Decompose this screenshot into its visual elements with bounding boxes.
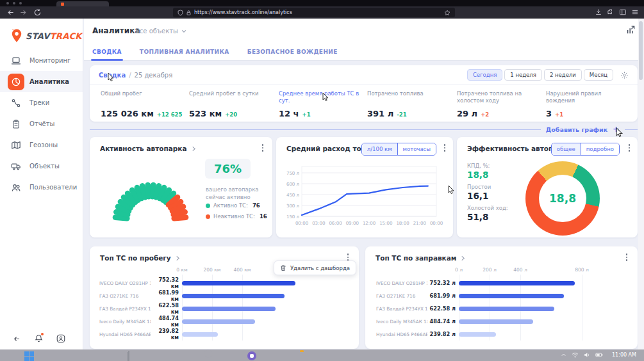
scrollbar-thumb[interactable] — [639, 21, 643, 80]
system-tray[interactable] — [561, 352, 603, 358]
remove-from-dashboard-menu-item[interactable]: Удалить с дашборда — [274, 261, 356, 275]
tray-chevron-icon[interactable] — [561, 352, 566, 358]
url-bar[interactable]: https://www.stavtrack.online/analytics — [173, 8, 455, 17]
stat-delta: +1 — [555, 111, 563, 118]
card-menu-icon[interactable] — [623, 253, 630, 261]
volume-icon[interactable] — [584, 352, 590, 358]
plus-icon[interactable]: + — [613, 126, 620, 132]
stat-value: 125 026 км — [101, 109, 154, 118]
taskbar-clock[interactable]: 11:00 AM — [612, 352, 636, 358]
bookmark-star-icon[interactable] — [444, 10, 450, 16]
sidebar-item-iconbox — [8, 52, 24, 69]
window-control-icon[interactable] — [19, 2, 22, 4]
taskbar-app-icon-4[interactable] — [247, 351, 257, 361]
sidebar-item-tracks[interactable]: Треки — [0, 92, 83, 113]
bar — [459, 307, 554, 311]
window-control-icon[interactable] — [6, 2, 9, 4]
tab-summary[interactable]: СВОДКА — [92, 49, 122, 61]
fuel-consumption-card: Средний расход топлива л/100 кммоточасы … — [276, 137, 453, 237]
card-menu-icon[interactable] — [260, 144, 266, 152]
legend-item: Неактивно ТС:16 — [206, 213, 267, 220]
bar-track — [459, 319, 631, 324]
bar — [459, 332, 496, 337]
objects-scope-dropdown[interactable]: Все объекты — [135, 28, 186, 35]
legend-value: 76 — [252, 202, 260, 209]
wifi-icon[interactable] — [572, 352, 579, 358]
analytics-icon — [11, 77, 21, 87]
fuel-toggle-0[interactable]: л/100 км — [362, 143, 397, 155]
sidebar-item-geozones[interactable]: Геозоны — [0, 134, 83, 156]
stat-value: 523 км — [189, 109, 222, 118]
brand-logo[interactable]: STAVTRACK — [10, 28, 82, 44]
monitoring-icon — [11, 56, 21, 66]
sidebar-item-objects[interactable]: Объекты — [0, 156, 83, 177]
sidebar-item-reports[interactable]: Отчёты — [0, 113, 83, 134]
menu-hamburger-icon[interactable] — [631, 8, 639, 16]
sidebar-item-monitoring[interactable]: Мониторинг — [0, 50, 83, 71]
card-title[interactable]: Топ ТС по заправкам — [376, 254, 456, 262]
efficiency-metrics: КПД, %:18,8Простои16,1Холостой ход:51,8 — [467, 163, 508, 226]
stat-0: Общий пробег125 026 км+12 625 — [101, 90, 184, 118]
stat-value: 29 л — [457, 109, 477, 118]
collapse-arrow-icon[interactable] — [12, 335, 21, 343]
period-button-3[interactable]: Месяц — [584, 69, 613, 81]
efficiency-toggle-0[interactable]: общее — [552, 143, 581, 155]
downloads-icon[interactable] — [595, 8, 602, 16]
legend-dot-icon — [206, 204, 210, 208]
stat-label[interactable]: Среднее время работы ТС в сут. — [279, 90, 362, 104]
back-icon[interactable] — [6, 8, 15, 17]
efficiency-mode-toggle: общееподробно — [551, 143, 620, 156]
tab-safe-driving[interactable]: БЕЗОПАСНОЕ ВОЖДЕНИЕ — [247, 49, 338, 61]
sidebar-item-users[interactable]: Пользователи — [0, 177, 83, 198]
window-control-icon[interactable] — [13, 2, 15, 4]
divider-line — [625, 129, 638, 130]
add-chart-link[interactable]: Добавить график + — [90, 124, 638, 134]
sidebar-item-label: Объекты — [29, 163, 60, 170]
period-button-0[interactable]: Сегодня — [467, 69, 502, 81]
svg-text:15:00: 15:00 — [379, 221, 392, 226]
taskbar-app-icon-1[interactable] — [83, 351, 93, 361]
period-button-1[interactable]: 1 неделя — [504, 69, 542, 81]
card-title[interactable]: Активность автопарка — [100, 145, 187, 152]
add-chart-label[interactable]: Добавить график — [546, 126, 607, 133]
card-menu-icon[interactable] — [442, 144, 448, 152]
svg-text:18:00: 18:00 — [396, 221, 409, 226]
chevron-right-icon — [176, 255, 180, 261]
start-menu-icon[interactable] — [24, 351, 34, 361]
shield-icon[interactable] — [178, 10, 183, 16]
notifications-bell-icon[interactable] — [35, 334, 43, 343]
sidebar-toggle-icon[interactable] — [619, 8, 627, 16]
browser-app-icon[interactable] — [346, 351, 356, 361]
forward-icon[interactable] — [19, 8, 28, 17]
page-title: Аналитика — [92, 26, 140, 35]
bar-track — [459, 332, 631, 337]
sidebar-item-analytics[interactable]: Аналитика — [0, 71, 83, 92]
breadcrumb-section[interactable]: Сводка — [99, 72, 126, 79]
legend-label: Активно ТС: — [213, 202, 248, 209]
bar-track — [182, 294, 352, 298]
card-menu-icon[interactable] — [345, 253, 351, 261]
period-button-2[interactable]: 2 недели — [544, 69, 582, 81]
file-explorer-icon[interactable] — [300, 351, 310, 361]
battery-icon[interactable] — [595, 352, 603, 358]
stat-value-row: 29 л+2 — [457, 109, 540, 118]
fuel-toggle-1[interactable]: моточасы — [397, 143, 436, 155]
lock-icon[interactable] — [186, 10, 192, 16]
card-title[interactable]: Топ ТС по пробегу — [100, 254, 171, 262]
settings-gear-icon[interactable] — [620, 71, 629, 79]
report-chart-icon[interactable] — [626, 25, 636, 35]
donut-center-value: 18,8 — [525, 161, 600, 236]
taskbar-app-icon-2[interactable] — [128, 351, 138, 361]
stat-label: Потрачено топлива — [367, 90, 450, 97]
stat-label: Нарушений правил вождения — [546, 90, 629, 104]
bar-track — [459, 294, 631, 298]
reload-icon[interactable] — [33, 8, 42, 17]
extensions-icon[interactable] — [607, 8, 615, 16]
account-icon[interactable] — [56, 334, 65, 343]
browser-tab[interactable] — [56, 1, 109, 6]
efficiency-donut-chart: 18,8 — [525, 161, 600, 236]
card-menu-icon[interactable] — [626, 144, 632, 152]
tab-fuel-analytics[interactable]: ТОПЛИВНАЯ АНАЛИТИКА — [140, 49, 229, 61]
efficiency-toggle-1[interactable]: подробно — [581, 143, 619, 155]
taskbar-app-icon-3[interactable] — [201, 351, 210, 361]
